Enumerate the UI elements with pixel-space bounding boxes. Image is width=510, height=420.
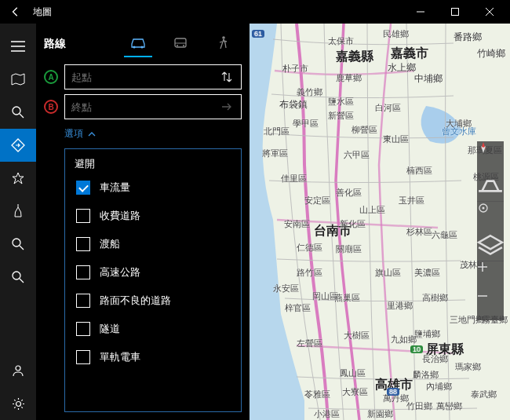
window-title: 地圖 — [28, 5, 403, 19]
origin-input-wrap[interactable] — [64, 64, 242, 89]
dest-input[interactable] — [71, 101, 219, 113]
avoid-options-box: 避開 車流量收費道路渡船高速公路路面不良的道路隧道單軌電車 — [64, 148, 242, 412]
map-icon[interactable] — [0, 63, 36, 96]
checkbox-icon[interactable] — [76, 322, 90, 336]
map-tools — [477, 141, 504, 320]
avoid-title: 避開 — [75, 157, 231, 171]
mode-car[interactable] — [124, 31, 152, 57]
zoom-out-icon[interactable] — [477, 290, 504, 320]
dest-marker-b: B — [44, 100, 58, 114]
options-toggle[interactable]: 選項 — [64, 127, 242, 141]
favorites-icon[interactable] — [0, 162, 36, 195]
directions-icon[interactable] — [0, 129, 36, 162]
options-label: 選項 — [64, 127, 83, 141]
search-icon-2[interactable] — [0, 228, 36, 261]
back-button[interactable] — [3, 0, 28, 24]
svg-point-14 — [177, 45, 178, 46]
mode-walk[interactable] — [209, 31, 237, 57]
avoid-option[interactable]: 高速公路 — [75, 265, 231, 279]
panel-title: 路線 — [44, 37, 124, 51]
avoid-option-label: 單軌電車 — [100, 350, 140, 364]
tilt-icon[interactable] — [477, 171, 504, 201]
svg-point-15 — [183, 45, 184, 46]
svg-line-3 — [20, 114, 24, 118]
avoid-option-label: 收費道路 — [100, 209, 140, 223]
zoom-in-icon[interactable] — [477, 261, 504, 290]
avoid-option-label: 高速公路 — [100, 265, 140, 279]
svg-point-6 — [13, 272, 20, 279]
go-arrow-icon[interactable] — [219, 102, 235, 111]
checkbox-icon[interactable] — [76, 209, 90, 223]
layers-icon[interactable] — [477, 231, 504, 261]
swap-icon[interactable] — [219, 71, 235, 83]
hamburger-icon[interactable] — [0, 30, 36, 63]
avoid-option[interactable]: 渡船 — [75, 237, 231, 251]
svg-line-7 — [20, 279, 24, 283]
directions-panel: 路線 A B 選項 避開 車流 — [36, 24, 250, 420]
origin-input[interactable] — [71, 71, 219, 83]
search-icon-3[interactable] — [0, 261, 36, 294]
mode-transit[interactable] — [166, 31, 195, 57]
titlebar: 地圖 — [0, 0, 510, 24]
svg-point-2 — [13, 107, 20, 115]
settings-icon[interactable] — [0, 387, 36, 420]
explore-icon[interactable] — [0, 195, 36, 228]
map-canvas[interactable]: 嘉義市嘉義縣台南市高雄市屏東縣水上鄉番路鄉中埔鄉竹崎鄉鹿草鄉義竹鄉朴子市太保市民… — [250, 24, 510, 420]
svg-rect-1 — [452, 9, 459, 16]
svg-point-4 — [13, 239, 20, 247]
svg-point-9 — [16, 401, 20, 406]
svg-line-5 — [20, 246, 24, 250]
checkbox-icon[interactable] — [76, 294, 90, 308]
checkbox-icon[interactable] — [76, 237, 90, 251]
avoid-option[interactable]: 單軌電車 — [75, 350, 231, 364]
avoid-option-label: 車流量 — [100, 181, 130, 195]
avoid-option[interactable]: 隧道 — [75, 322, 231, 336]
avoid-option[interactable]: 收費道路 — [75, 209, 231, 223]
svg-point-10 — [133, 46, 136, 49]
svg-point-8 — [16, 366, 20, 371]
svg-point-19 — [483, 207, 485, 210]
account-icon[interactable] — [0, 354, 36, 387]
avoid-option-label: 路面不良的道路 — [100, 294, 171, 308]
avoid-option-label: 渡船 — [100, 237, 120, 251]
svg-point-16 — [222, 36, 225, 39]
compass-icon[interactable] — [477, 141, 504, 171]
avoid-option[interactable]: 路面不良的道路 — [75, 294, 231, 308]
close-button[interactable] — [472, 0, 507, 24]
avoid-option[interactable]: 車流量 — [75, 181, 231, 195]
checkbox-icon[interactable] — [76, 265, 90, 279]
search-icon[interactable] — [0, 96, 36, 129]
minimize-button[interactable] — [403, 0, 438, 24]
checkbox-icon[interactable] — [76, 350, 90, 364]
chevron-up-icon — [88, 132, 96, 137]
locate-icon[interactable] — [477, 201, 504, 231]
checkbox-icon[interactable] — [76, 181, 90, 195]
svg-point-11 — [141, 46, 144, 49]
dest-input-wrap[interactable] — [64, 94, 242, 119]
maximize-button[interactable] — [438, 0, 472, 24]
avoid-option-label: 隧道 — [100, 322, 120, 336]
sidebar-rail — [0, 24, 36, 420]
origin-marker-a: A — [44, 70, 58, 84]
